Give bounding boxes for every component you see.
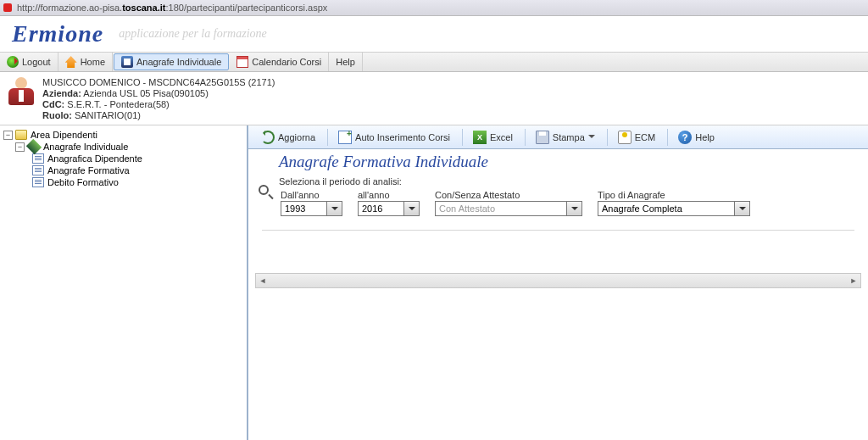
menu-calendario-label: Calendario Corsi (252, 57, 321, 67)
tree-anagrafica-dipendente[interactable]: Anagrafica Dipendente (32, 153, 243, 164)
btn-label: Help (695, 132, 715, 142)
app-banner: Ermione applicazione per la formazione (0, 16, 868, 52)
ecm-button[interactable]: ECM (610, 128, 663, 147)
print-icon (536, 131, 549, 144)
favicon-icon (3, 3, 12, 12)
auto-inserimento-button[interactable]: Auto Inserimento Corsi (331, 128, 458, 147)
tipo-anagrafe-select[interactable]: Anagrafe Completa (598, 201, 750, 216)
document-icon (32, 153, 44, 164)
excel-icon: X (473, 131, 487, 144)
menu-help-label: Help (336, 57, 355, 67)
menu-logout-label: Logout (22, 57, 51, 67)
chevron-down-icon[interactable] (567, 201, 582, 216)
tree-label: Anagrafica Dipendente (47, 153, 142, 164)
chevron-down-icon[interactable] (404, 201, 420, 216)
auto-insert-icon (338, 131, 352, 144)
menu-home[interactable]: Home (58, 53, 113, 71)
separator (607, 129, 608, 146)
tree-label: Debito Formativo (47, 177, 119, 187)
document-icon (32, 165, 44, 175)
separator (462, 129, 463, 146)
folder-icon (15, 130, 27, 140)
chevron-down-icon[interactable] (735, 201, 750, 216)
select-value: Anagrafe Completa (598, 201, 735, 216)
separator (327, 129, 328, 146)
scroll-right-icon[interactable]: ► (847, 276, 860, 285)
all-anno-label: all'anno (358, 190, 420, 200)
attestato-select[interactable]: Con Attestato (435, 201, 582, 216)
tipo-anagrafe-label: Tipo di Anagrafe (598, 190, 750, 200)
action-toolbar: Aggiorna Auto Inserimento Corsi XExcel S… (248, 125, 868, 149)
btn-label: Excel (490, 132, 513, 142)
browser-address-bar: http://formazione.ao-pisa.toscana.it:180… (0, 0, 868, 16)
btn-label: ECM (635, 132, 655, 142)
app-logo: Ermione (12, 20, 103, 47)
collapse-icon[interactable]: − (3, 131, 13, 140)
page-title: Anagrafe Formativa Individuale (248, 149, 868, 176)
excel-button[interactable]: XExcel (465, 128, 520, 147)
tree-area-dipendenti[interactable]: −Area Dipendenti (3, 130, 243, 140)
menu-logout[interactable]: Logout (0, 53, 58, 71)
user-info-panel: MUSICCO DOMENICO - MSCDNC64A25G015S (217… (0, 72, 868, 125)
separator (525, 129, 526, 146)
dall-anno-label: Dall'anno (281, 190, 342, 200)
help-icon: ? (678, 131, 692, 144)
home-icon (65, 56, 77, 68)
stampa-button[interactable]: Stampa (528, 128, 603, 147)
filter-panel: Seleziona il periodo di analisi: Dall'an… (248, 176, 868, 223)
anagrafe-icon (121, 56, 133, 68)
tree-label: Anagrafe Formativa (47, 165, 130, 175)
btn-label: Auto Inserimento Corsi (355, 132, 450, 142)
aggiorna-button[interactable]: Aggiorna (253, 128, 323, 147)
main-menubar: Logout Home Anagrafe Individuale Calenda… (0, 52, 868, 72)
divider (262, 230, 854, 231)
tree-label: Area Dipendenti (31, 130, 97, 140)
url-text: http://formazione.ao-pisa.toscana.it:180… (17, 3, 327, 13)
logout-icon (7, 56, 19, 68)
separator (667, 129, 668, 146)
document-icon (32, 177, 44, 187)
tree-debito-formativo[interactable]: Debito Formativo (32, 177, 243, 187)
menu-anagrafe-individuale[interactable]: Anagrafe Individuale (114, 53, 229, 70)
attestato-label: Con/Senza Attestato (435, 190, 582, 200)
horizontal-scrollbar[interactable]: ◄ ► (255, 273, 861, 288)
menu-calendario-corsi[interactable]: Calendario Corsi (230, 53, 329, 71)
tree-label: Anagrafe Individuale (43, 142, 128, 152)
scroll-left-icon[interactable]: ◄ (256, 276, 270, 285)
app-tagline: applicazione per la formazione (119, 27, 267, 41)
navigation-tree: −Area Dipendenti −Anagrafe Individuale A… (0, 125, 248, 440)
refresh-icon (261, 131, 275, 144)
avatar-icon (7, 77, 36, 106)
all-anno-select[interactable]: 2016 (358, 201, 420, 216)
search-icon (259, 185, 274, 200)
dall-anno-select[interactable]: 1993 (281, 201, 342, 216)
menu-anagrafe-label: Anagrafe Individuale (136, 57, 221, 67)
help-button[interactable]: ?Help (670, 128, 722, 147)
chevron-down-icon (588, 135, 595, 142)
chevron-down-icon[interactable] (327, 201, 342, 216)
ecm-icon (618, 131, 632, 144)
collapse-icon[interactable]: − (15, 142, 25, 152)
btn-label: Aggiorna (278, 132, 315, 142)
menu-help[interactable]: Help (329, 53, 363, 71)
select-value: 2016 (358, 201, 404, 216)
btn-label: Stampa (553, 132, 585, 142)
tree-anagrafe-formativa[interactable]: Anagrafe Formativa (32, 165, 243, 175)
tree-anagrafe-individuale[interactable]: −Anagrafe Individuale (15, 142, 243, 152)
select-value: Con Attestato (435, 201, 567, 216)
menu-home-label: Home (81, 57, 105, 67)
select-value: 1993 (281, 201, 327, 216)
main-panel: Aggiorna Auto Inserimento Corsi XExcel S… (248, 125, 868, 440)
user-info-text: MUSICCO DOMENICO - MSCDNC64A25G015S (217… (42, 77, 275, 121)
filter-hint: Seleziona il periodo di analisi: (279, 176, 868, 187)
calendar-icon (236, 56, 248, 68)
